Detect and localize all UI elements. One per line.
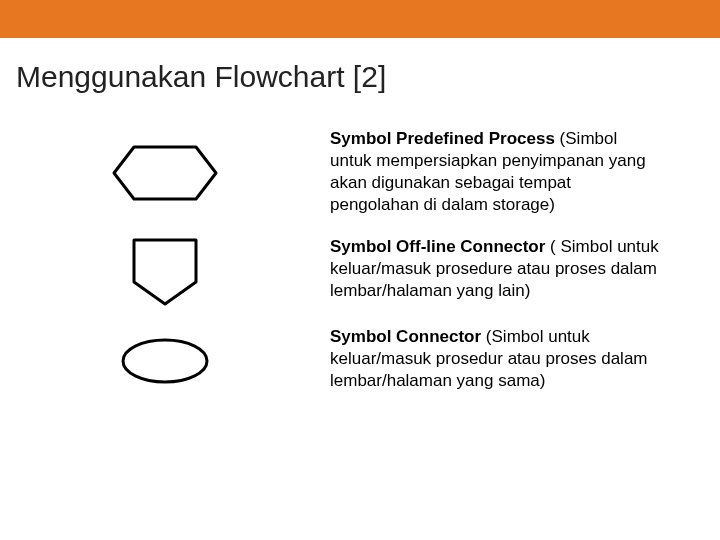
symbol-row: Symbol Off-line Connector ( Simbol untuk…	[0, 236, 720, 308]
symbol-text: Symbol Connector (Simbol untuk keluar/ma…	[330, 326, 720, 392]
hexagon-icon	[110, 141, 220, 205]
symbol-name: Symbol Connector	[330, 327, 481, 346]
symbol-text: Symbol Off-line Connector ( Simbol untuk…	[330, 236, 720, 302]
icon-column	[0, 326, 330, 396]
icon-column	[0, 128, 330, 218]
svg-point-2	[123, 340, 207, 382]
svg-marker-0	[114, 147, 216, 199]
symbol-name: Symbol Predefined Process	[330, 129, 555, 148]
slide-title: Menggunakan Flowchart [2]	[0, 38, 720, 94]
symbol-row: Symbol Predefined Process (Simbol untuk …	[0, 128, 720, 218]
content-area: Symbol Predefined Process (Simbol untuk …	[0, 94, 720, 396]
icon-column	[0, 236, 330, 308]
symbol-text: Symbol Predefined Process (Simbol untuk …	[330, 128, 720, 216]
header-bar	[0, 0, 720, 38]
svg-marker-1	[134, 240, 196, 304]
pentagon-down-icon	[128, 236, 202, 308]
symbol-name: Symbol Off-line Connector	[330, 237, 545, 256]
ellipse-icon	[117, 335, 213, 387]
symbol-row: Symbol Connector (Simbol untuk keluar/ma…	[0, 326, 720, 396]
